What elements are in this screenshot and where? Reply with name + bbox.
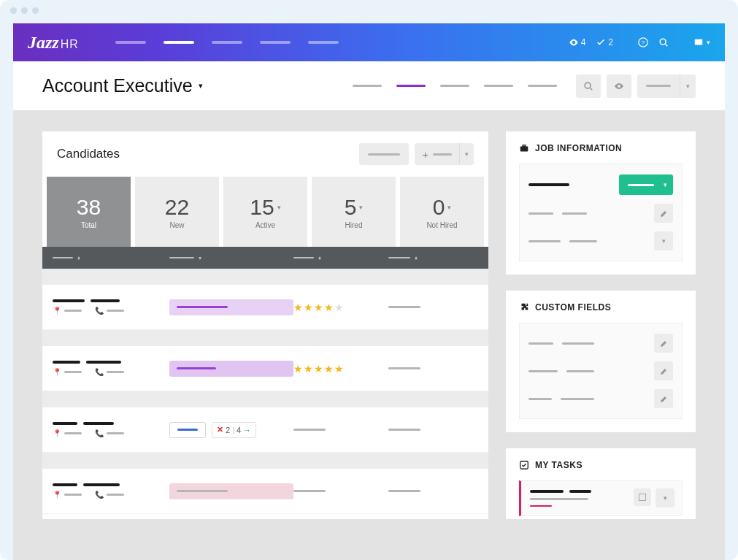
- app-viewport: Jazz HR 4 2 ?: [13, 23, 725, 560]
- th-name[interactable]: ♦: [53, 255, 169, 261]
- stage-pill[interactable]: [169, 422, 206, 438]
- primary-nav: [115, 41, 569, 44]
- svg-point-4: [585, 83, 591, 88]
- stage-pill[interactable]: [169, 299, 293, 315]
- custom-fields-card: [519, 323, 683, 419]
- job-tab-5[interactable]: [528, 85, 557, 87]
- pin-icon: 📍: [53, 491, 61, 499]
- job-tab-2[interactable]: [396, 85, 426, 87]
- custom-fields-section: CUSTOM FIELDS: [506, 291, 696, 432]
- caret-down-icon: ▾: [199, 255, 200, 261]
- pencil-icon: [660, 340, 668, 348]
- task-menu-button[interactable]: ▾: [656, 488, 674, 507]
- stat-total[interactable]: 38 Total: [47, 177, 131, 247]
- candidate-row[interactable]: 📍 📞 ✕2 | 4→: [42, 407, 488, 453]
- caret-down-icon: ▾: [199, 81, 203, 91]
- candidate-row[interactable]: 📍 📞 ★★★★★: [42, 346, 488, 391]
- nav-item-4[interactable]: [260, 41, 291, 44]
- candidate-row[interactable]: 📍 📞: [42, 469, 488, 514]
- group-separator: [42, 453, 488, 469]
- nav-item-3[interactable]: [212, 41, 242, 44]
- task-card[interactable]: ▾: [519, 480, 683, 516]
- check-icon: [596, 37, 606, 47]
- svg-point-2: [660, 39, 666, 45]
- help-button[interactable]: ?: [638, 37, 648, 47]
- search-job-button[interactable]: [576, 74, 601, 98]
- job-tabs: [353, 85, 557, 87]
- stat-hired[interactable]: 5▾ Hired: [312, 177, 396, 247]
- phone-icon: 📞: [95, 491, 104, 499]
- help-icon: ?: [638, 37, 648, 47]
- pin-icon: 📍: [53, 368, 61, 376]
- candidates-header: Candidates + ▾: [42, 131, 488, 177]
- stat-new[interactable]: 22 New: [135, 177, 219, 247]
- job-actions-split-button[interactable]: ▾: [637, 74, 696, 98]
- pin-icon: 📍: [53, 429, 61, 437]
- checklist-icon: [519, 460, 529, 470]
- edit-button[interactable]: [654, 204, 673, 223]
- dropdown-button[interactable]: ▾: [654, 231, 673, 250]
- top-right-actions: 4 2 ? ▾: [569, 37, 710, 47]
- th-rating[interactable]: ♦: [293, 255, 388, 261]
- job-tab-3[interactable]: [440, 85, 469, 87]
- candidates-panel: Candidates + ▾ 38 Total: [42, 131, 488, 519]
- plus-icon: +: [422, 148, 428, 161]
- th-last[interactable]: ♦: [388, 255, 478, 261]
- svg-rect-5: [520, 146, 528, 151]
- eye-icon: [613, 80, 625, 92]
- search-button[interactable]: [658, 37, 669, 47]
- status-dropdown[interactable]: [619, 174, 673, 195]
- candidate-row[interactable]: 📍 📞 ★★★★★: [42, 285, 488, 330]
- puzzle-icon: [519, 302, 529, 312]
- x-icon: ✕: [217, 425, 223, 434]
- user-menu[interactable]: ▾: [693, 37, 710, 47]
- filter-button[interactable]: [359, 143, 409, 165]
- caret-down-icon: ▾: [447, 204, 451, 211]
- approvals-count: 2: [608, 37, 613, 47]
- group-separator: [42, 391, 488, 407]
- svg-rect-6: [523, 145, 526, 147]
- search-icon: [658, 37, 669, 47]
- svg-rect-3: [695, 39, 703, 45]
- job-information-section: JOB INFORMATION: [506, 131, 696, 275]
- subheader-actions: ▾: [576, 74, 696, 98]
- nav-item-1[interactable]: [115, 41, 146, 44]
- watch-job-button[interactable]: [607, 74, 631, 98]
- approvals-counter[interactable]: 2: [596, 37, 613, 47]
- caret-down-icon: ▾: [359, 204, 363, 211]
- sort-icon: ♦: [415, 255, 416, 261]
- page-subheader: Account Executive ▾ ▾: [13, 61, 725, 111]
- complete-task-checkbox[interactable]: [634, 488, 651, 506]
- stage-pill[interactable]: [169, 483, 293, 499]
- edit-button[interactable]: [654, 361, 673, 380]
- th-stage[interactable]: ▾: [169, 255, 293, 261]
- search-icon: [583, 81, 593, 91]
- caret-down-icon: ▾: [680, 74, 696, 98]
- nav-item-5[interactable]: [308, 41, 339, 44]
- caret-down-icon: ▾: [277, 204, 281, 211]
- phone-icon: 📞: [95, 368, 104, 376]
- stage-pill[interactable]: [169, 361, 293, 377]
- views-counter[interactable]: 4: [569, 37, 586, 47]
- page-title-dropdown[interactable]: Account Executive ▾: [42, 75, 203, 96]
- page-title-text: Account Executive: [42, 75, 193, 96]
- apps-icon: [693, 37, 704, 47]
- edit-button[interactable]: [654, 389, 673, 408]
- section-title: JOB INFORMATION: [535, 143, 622, 153]
- browser-window-controls: [0, 0, 738, 21]
- add-candidate-split-button[interactable]: + ▾: [415, 143, 474, 165]
- stat-active[interactable]: 15▾ Active: [223, 177, 307, 247]
- caret-down-icon: ▾: [664, 494, 667, 502]
- edit-button[interactable]: [654, 334, 673, 353]
- group-separator: [42, 330, 488, 346]
- nav-item-2[interactable]: [164, 41, 194, 44]
- group-separator: [42, 269, 488, 285]
- screening-score[interactable]: ✕2 | 4→: [212, 422, 256, 438]
- job-tab-4[interactable]: [484, 85, 513, 87]
- content-area: Candidates + ▾ 38 Total: [13, 111, 725, 519]
- job-tab-1[interactable]: [353, 85, 382, 87]
- rating-stars: ★★★★★: [293, 302, 388, 313]
- logo[interactable]: Jazz HR: [28, 33, 79, 53]
- pin-icon: 📍: [53, 307, 61, 315]
- stat-not-hired[interactable]: 0▾ Not Hired: [400, 177, 484, 247]
